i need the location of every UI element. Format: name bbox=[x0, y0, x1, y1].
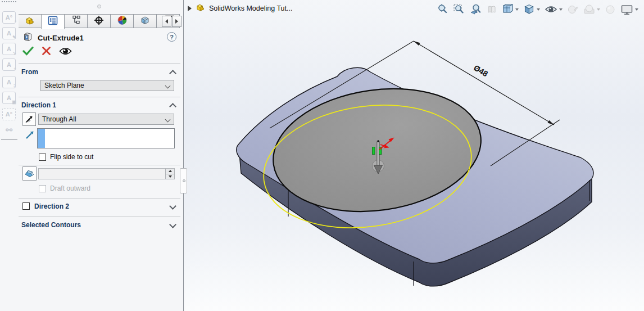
direction-reference-selection-box[interactable] bbox=[37, 128, 175, 148]
flip-side-checkbox[interactable] bbox=[39, 154, 46, 161]
cancel-button[interactable] bbox=[42, 46, 51, 58]
reverse-direction-button[interactable] bbox=[22, 112, 36, 126]
flip-side-label: Flip side to cut bbox=[50, 153, 93, 161]
draft-wedge-icon bbox=[24, 169, 35, 178]
draft-angle-field[interactable] bbox=[38, 168, 175, 179]
display-wheel-icon bbox=[117, 15, 128, 28]
tab-scrollers bbox=[161, 16, 182, 27]
section-view-icon bbox=[486, 4, 497, 15]
tree-expand-icon[interactable] bbox=[188, 6, 192, 11]
spin-up-button[interactable] bbox=[166, 169, 174, 174]
draft-outward-checkbox bbox=[39, 185, 46, 192]
toolbar-divider bbox=[1, 139, 17, 140]
tab-visualization[interactable] bbox=[133, 14, 157, 28]
dimension-arrowhead bbox=[548, 120, 555, 125]
zoom-area-icon bbox=[453, 3, 465, 15]
end-condition-value: Through All bbox=[42, 115, 76, 123]
datum-tag-icon: A▣ bbox=[2, 92, 16, 104]
view-orientation-icon bbox=[502, 3, 514, 15]
dimension-arrowhead bbox=[414, 41, 420, 46]
apply-scene-button[interactable] bbox=[582, 2, 601, 16]
zoom-to-fit-button[interactable] bbox=[436, 2, 450, 16]
panel-splitter-handle[interactable] bbox=[180, 168, 187, 193]
zoom-fit-icon bbox=[437, 3, 448, 15]
down-arrow-icon bbox=[169, 175, 172, 178]
section-view-button[interactable] bbox=[485, 3, 498, 16]
section-direction2-header[interactable]: Direction 2 bbox=[34, 202, 69, 210]
handle-tip-dot bbox=[377, 140, 379, 142]
dropdown-arrow-icon[interactable] bbox=[537, 8, 540, 11]
tab-dimxpertmanager[interactable] bbox=[87, 14, 111, 28]
dropdown-arrow-icon[interactable] bbox=[559, 8, 563, 11]
collapse-from-chevron-icon[interactable] bbox=[170, 70, 175, 75]
show-preview-button[interactable] bbox=[59, 47, 72, 58]
end-condition-dropdown[interactable]: Through All bbox=[38, 114, 174, 125]
expand-direction2-chevron-icon[interactable] bbox=[170, 202, 175, 208]
note-leader-icon: A↘ bbox=[2, 43, 16, 55]
model-scene: Ø48 bbox=[184, 0, 644, 311]
part-icon bbox=[25, 16, 35, 27]
property-manager-panel: Cut-Extrude1 ? From Sketch Plane Directi… bbox=[0, 0, 184, 311]
smart-annotation-icon: A°* bbox=[2, 11, 16, 24]
previous-view-icon bbox=[469, 3, 482, 15]
tab-featuremanager-tree[interactable] bbox=[18, 14, 42, 28]
section-from-header[interactable]: From bbox=[21, 68, 38, 76]
draft-angle-spinner bbox=[165, 169, 174, 179]
dropdown-arrow-icon[interactable] bbox=[597, 8, 600, 11]
help-glyph: ? bbox=[170, 34, 174, 40]
tab-displaymanager[interactable] bbox=[110, 14, 134, 28]
solidworks-window: Cut-Extrude1 ? From Sketch Plane Directi… bbox=[0, 0, 644, 311]
right-arrow-icon bbox=[175, 19, 178, 24]
zoom-to-area-button[interactable] bbox=[452, 2, 466, 16]
display-style-button[interactable] bbox=[522, 2, 541, 16]
view-settings-button[interactable] bbox=[604, 3, 617, 16]
splitter-dot bbox=[183, 179, 185, 182]
divider bbox=[19, 216, 180, 217]
display-style-icon bbox=[523, 3, 535, 15]
section-selected-contours-header[interactable]: Selected Contours bbox=[21, 221, 81, 229]
start-condition-value: Sketch Plane bbox=[44, 82, 84, 89]
expand-selected-contours-chevron-icon[interactable] bbox=[170, 221, 175, 226]
help-button[interactable]: ? bbox=[167, 32, 176, 42]
dimension-text[interactable]: Ø48 bbox=[472, 63, 489, 78]
tree-item-label[interactable]: SolidWorks Modeling Tut... bbox=[209, 4, 292, 12]
note-add-icon: A+ bbox=[2, 58, 16, 71]
draft-button[interactable] bbox=[22, 166, 37, 181]
divider bbox=[19, 198, 180, 199]
part-icon bbox=[196, 3, 205, 13]
ok-button[interactable] bbox=[22, 46, 34, 58]
hide-show-items-button[interactable] bbox=[543, 3, 564, 16]
section-direction1-header[interactable]: Direction 1 bbox=[21, 101, 56, 109]
direction2-checkbox[interactable] bbox=[22, 202, 30, 210]
full-screen-button[interactable] bbox=[619, 3, 640, 16]
view-orientation-button[interactable] bbox=[501, 2, 520, 16]
toolbar-drag-handle[interactable] bbox=[1, 1, 17, 3]
tab-configurationmanager[interactable] bbox=[64, 14, 88, 28]
dropdown-arrow-icon[interactable] bbox=[515, 8, 519, 11]
stacked-balloon-icon: A⋮ bbox=[2, 76, 16, 88]
manager-tab-bar bbox=[19, 14, 180, 29]
active-selection-strip bbox=[38, 129, 45, 148]
graphics-area[interactable]: Ø48 Sol bbox=[184, 0, 644, 311]
dashed-note-icon: A° bbox=[2, 108, 16, 120]
left-arrow-icon bbox=[165, 19, 168, 24]
chevron-down-icon bbox=[166, 118, 170, 122]
eye-icon bbox=[545, 4, 557, 15]
cut-extrude-icon bbox=[22, 31, 33, 44]
annotations-toolbar: A°* A✎ A↘ A+ A⋮ A▣ A° ⚯ bbox=[0, 0, 19, 311]
collapse-direction1-chevron-icon[interactable] bbox=[170, 103, 175, 108]
flyout-feature-tree[interactable]: SolidWorks Modeling Tut... bbox=[188, 3, 292, 13]
previous-view-button[interactable] bbox=[468, 2, 483, 16]
start-condition-dropdown[interactable]: Sketch Plane bbox=[40, 80, 174, 91]
edit-appearance-button[interactable] bbox=[566, 2, 580, 16]
spin-down-button[interactable] bbox=[166, 174, 174, 179]
divider bbox=[19, 97, 180, 97]
y-axis-icon bbox=[373, 147, 375, 155]
tab-scroll-right-button[interactable] bbox=[172, 16, 182, 27]
headsup-view-toolbar bbox=[436, 2, 640, 16]
dropdown-arrow-icon[interactable] bbox=[635, 8, 638, 11]
chevron-down-icon bbox=[166, 84, 170, 88]
tab-propertymanager[interactable] bbox=[41, 14, 65, 29]
tab-scroll-left-button[interactable] bbox=[162, 16, 171, 27]
panel-drag-dot[interactable] bbox=[97, 4, 101, 8]
